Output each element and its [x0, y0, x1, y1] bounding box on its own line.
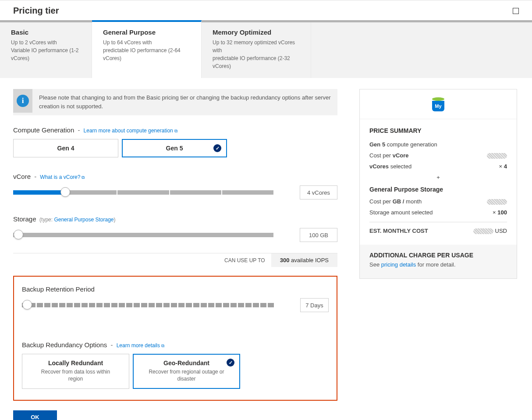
- backup-retention-value: 7 Days: [300, 298, 329, 312]
- tab-memory-line1: Up to 32 memory optimized vCores with: [213, 39, 300, 54]
- summary-est-monthly-cost: EST. MONTHLY COST USD: [369, 228, 507, 234]
- storage-type-link[interactable]: General Purpose Storage: [54, 217, 113, 223]
- option-geo-redundant[interactable]: Geo-Redundant Recover from regional outa…: [133, 354, 240, 389]
- summary-storage-selected: Storage amount selected × 100: [369, 209, 507, 216]
- storage-slider[interactable]: [13, 233, 273, 237]
- ok-button[interactable]: OK: [13, 410, 57, 420]
- mysql-logo: [360, 89, 517, 119]
- info-icon-wrap: i: [13, 89, 32, 113]
- backup-section-highlight: Backup Retention Period 7 Days Backup Re…: [13, 276, 337, 401]
- check-icon: [213, 144, 221, 152]
- tab-memory-optimized[interactable]: Memory Optimized Up to 32 memory optimiz…: [202, 22, 311, 78]
- vcore-slider-thumb[interactable]: [60, 187, 70, 197]
- backup-retention-slider[interactable]: [22, 303, 274, 307]
- additional-charge-title: ADDITIONAL CHARGE PER USAGE: [369, 252, 507, 259]
- price-summary-title: PRICE SUMMARY: [369, 127, 507, 134]
- iops-label: CAN USE UP TO: [218, 254, 271, 267]
- redundancy-learn-link[interactable]: Learn more details: [117, 342, 164, 349]
- pricing-details-link[interactable]: pricing details: [381, 261, 416, 268]
- pricing-tier-tabs: Basic Up to 2 vCores with Variable IO pe…: [0, 20, 532, 78]
- tab-memory-line2: predictable IO performance (2-32 vCores): [213, 54, 300, 70]
- page-title: Pricing tier: [13, 6, 59, 16]
- summary-compute-gen: Gen 5 compute generation: [369, 141, 507, 148]
- redacted-price: [487, 153, 507, 159]
- option-gen5[interactable]: Gen 5: [122, 139, 227, 157]
- tab-general-line1: Up to 64 vCores with: [103, 39, 190, 46]
- price-summary-panel: PRICE SUMMARY Gen 5 compute generation C…: [359, 89, 517, 279]
- tab-filler: [311, 22, 532, 78]
- vcore-learn-link[interactable]: What is a vCore?: [40, 174, 85, 180]
- storage-label: Storage (type: General Purpose Storage): [13, 215, 337, 223]
- summary-cost-per-gb: Cost per GB / month: [369, 198, 507, 205]
- maximize-icon[interactable]: [513, 8, 519, 14]
- redacted-price: [487, 199, 507, 205]
- database-icon: [432, 97, 444, 111]
- tab-memory-title: Memory Optimized: [213, 28, 300, 36]
- tab-general-purpose[interactable]: General Purpose Up to 64 vCores with pre…: [92, 20, 202, 78]
- vcore-value: 4 vCores: [300, 185, 337, 199]
- info-note-text: Please note that changing to and from th…: [32, 89, 337, 115]
- storage-value: 100 GB: [300, 228, 337, 242]
- tab-general-line2: predictable IO performance (2-64 vCores): [103, 46, 190, 62]
- summary-vcores-selected: vCores selected × 4: [369, 163, 507, 170]
- iops-value: 300 available IOPS: [271, 253, 337, 267]
- info-note-box: i Please note that changing to and from …: [13, 89, 337, 115]
- info-icon: i: [17, 95, 29, 107]
- storage-slider-thumb[interactable]: [14, 230, 23, 239]
- summary-cost-per-vcore: Cost per vCore: [369, 152, 507, 159]
- tab-general-title: General Purpose: [103, 28, 190, 36]
- backup-retention-label: Backup Retention Period: [22, 285, 329, 293]
- compute-generation-label: Compute Generation - Learn more about co…: [13, 126, 337, 134]
- additional-charge-box: ADDITIONAL CHARGE PER USAGE See pricing …: [360, 245, 517, 278]
- plus-separator: +: [369, 174, 507, 181]
- redundancy-label: Backup Redundancy Options - Learn more d…: [22, 341, 329, 349]
- option-locally-redundant[interactable]: Locally Redundant Recover from data loss…: [22, 354, 129, 389]
- vcore-slider[interactable]: [13, 190, 273, 195]
- summary-gp-storage-title: General Purpose Storage: [369, 186, 507, 193]
- tab-basic[interactable]: Basic Up to 2 vCores with Variable IO pe…: [0, 22, 92, 78]
- vcore-label: vCore - What is a vCore?: [13, 173, 337, 180]
- tab-basic-line1: Up to 2 vCores with: [11, 39, 81, 46]
- check-icon: [227, 359, 234, 367]
- compute-learn-more-link[interactable]: Learn more about compute generation: [84, 128, 177, 134]
- option-gen4[interactable]: Gen 4: [13, 139, 118, 157]
- backup-slider-thumb[interactable]: [22, 300, 32, 310]
- tab-basic-title: Basic: [11, 28, 81, 36]
- redacted-price: [473, 228, 493, 234]
- iops-row: CAN USE UP TO 300 available IOPS: [13, 253, 337, 267]
- tab-basic-line2: Variable IO performance (1-2 vCores): [11, 46, 81, 62]
